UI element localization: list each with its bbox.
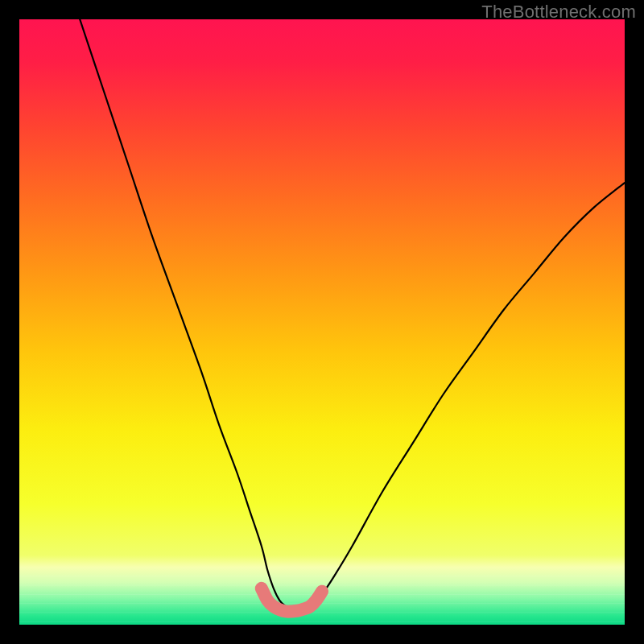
chart-plot-area bbox=[19, 19, 625, 625]
chart-svg bbox=[19, 19, 625, 625]
outer-frame: TheBottleneck.com bbox=[0, 0, 644, 644]
watermark-text: TheBottleneck.com bbox=[481, 2, 636, 23]
